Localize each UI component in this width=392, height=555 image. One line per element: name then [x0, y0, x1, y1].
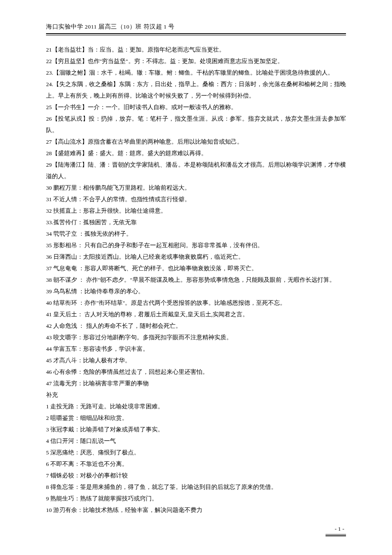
idiom-entry: 22【穷且益坚】也作"穷当益坚"。穷：不得志。益：更加。处境困难而意志应当更加坚…	[46, 55, 346, 67]
idiom-entry: 25【一介书生】一介：一个。旧时读书人自称。或对一般读书人的雅称。	[46, 101, 346, 113]
supplement-entry: 4 信口开河：随口乱说一气	[46, 435, 346, 447]
idiom-entry: 30 鹏程万里：相传鹏鸟能飞万里路程。比喻前程远大。	[46, 182, 346, 194]
document-body: 21【老当益壮】当：应当。益：更加。原指年纪老而志气应当更壮。22【穷且益坚】也…	[46, 44, 346, 516]
idiom-entry: 41 皇天后土： 古人对天地的尊称，君履后土而戴皇天,皇天后土,实闻君之言。	[46, 309, 346, 320]
idiom-entry: 36 日薄西山：太阳接近西山。比喻人已经衰老或事物衰败腐朽，临近死亡。	[46, 251, 346, 263]
supplement-entry: 9 熟能生巧：熟练了就能掌握技巧或窍门。	[46, 493, 346, 504]
idiom-entry: 21【老当益壮】当：应当。益：更加。原指年纪老而志气应当更壮。	[46, 44, 346, 55]
idiom-entry: 31 不近人情：不合乎人的常情。也指性情或言行怪僻。	[46, 194, 346, 205]
idiom-entry: 40 结草衔环 ：亦作"衔环结草"。原是古代两个受恩报答的故事。比喻感恩报德，至…	[46, 297, 346, 309]
page-number: - 1 -	[326, 526, 346, 532]
supplement-entry: 1 走投无路：无路可走。比喻处境非常困难。	[46, 401, 346, 412]
idiom-entry: 38 朝不谋夕 ： 亦作"朝不虑夕。"早晨不能谋及晚上。形容形势或事情危急，只能…	[46, 274, 346, 286]
idiom-entry: 45 才高八斗：比喻人极有才华。	[46, 355, 346, 366]
idiom-entry: 27【高山流水】原指含蓄在古琴曲里的两种喻意。后用以比喻知音或知己。	[46, 136, 346, 147]
supplement-entry: 6 不即不离：不靠近也不分离。	[46, 458, 346, 470]
idiom-entry: 42 人命危浅 ： 指人的寿命不长了，随时都会死亡。	[46, 320, 346, 332]
idiom-entry: 32 扶摇直上：形容上升很快。比喻仕途得意。	[46, 205, 346, 217]
idiom-entry: 33.孤苦伶仃：孤独困苦，无依无靠	[46, 217, 346, 228]
supplement-entry: 7 锱铢必较：对极小的事都计较	[46, 470, 346, 481]
idiom-entry: 47 流毒无穷：比喻祸害非常严重的事物	[46, 378, 346, 389]
idiom-entry: 23.【涸辙之鲋】涸：水干，枯竭。辙：车辙。鲋：鲫鱼。干枯的车辙里的鲫鱼。比喻处…	[46, 67, 346, 78]
idiom-entry: 35 形影相吊： 只有自己的身子和影子在一起互相慰问。形容非常孤单，没有伴侣。	[46, 240, 346, 251]
supplement-list: 1 走投无路：无路可走。比喻处境非常困难。2 咀嚼鉴赏：细细品味和欣赏。3 张冠…	[46, 401, 346, 516]
supplement-entry: 10 游刃有余：比喻技术熟练，经验丰富，解决问题毫不费力	[46, 504, 346, 516]
footer-divider	[326, 534, 346, 536]
document-page: 海口实验中学 2011 届高三（10）班 符汉超 1 号 21【老当益壮】当：应…	[0, 0, 392, 555]
idiom-entry: 29【陆海潘江】陆、潘：晋朝的文学家陆机、潘岳。本是称颂陆机和潘岳文才很高。后用…	[46, 159, 346, 182]
page-header: 海口实验中学 2011 届高三（10）班 符汉超 1 号	[46, 23, 346, 35]
idiom-entry: 26【投笔从戎】投：扔掉，放弃。笔：笔杆子，指文墨生涯。从戎：参军。指弃文就武，…	[46, 113, 346, 136]
idiom-entry: 46 心有余悸：危险的事情虽然过去了，回想起来心里还害怕。	[46, 366, 346, 378]
header-text: 海口实验中学 2011 届高三（10）班 符汉超 1 号	[46, 23, 346, 31]
supplement-label: 补充	[46, 389, 346, 401]
idiom-entry: 34 茕茕孑立 ：孤独无依的样子。	[46, 228, 346, 240]
supplement-entry: 3 张冠李戴：比喻弄错了对象或弄错了事实。	[46, 424, 346, 435]
header-divider	[46, 33, 346, 35]
entries-list: 21【老当益壮】当：应当。益：更加。原指年纪老而志气应当更壮。22【穷且益坚】也…	[46, 44, 346, 389]
idiom-entry: 43 咬文嚼字：形容过分地斟酌字句。多指死扣字眼而不注意精神实质。	[46, 332, 346, 343]
idiom-entry: 28【盛筵难再】盛：盛大。筵：筵席。盛大的筵席难以再得。	[46, 147, 346, 159]
supplement-entry: 8 得鱼忘筌：筌是用来捕鱼的，得了鱼，就忘了筌。比喻达到目的后就忘了原来的凭借。	[46, 481, 346, 493]
idiom-entry: 39 乌鸟私情 ：比喻侍奉尊亲的孝心。	[46, 286, 346, 297]
idiom-entry: 37 气息奄奄 ：形容人即将断气、死亡的样子。也比喻事物衰败没落，即将灭亡。	[46, 263, 346, 274]
idiom-entry: 24.【失之东隅，收之桑榆】东隅：东方，日出处，指早上。桑榆：西方；日落时，余光…	[46, 78, 346, 101]
idiom-entry: 44 学富五车：形容读书多，学识丰富。	[46, 343, 346, 355]
supplement-entry: 5 深恶痛绝：厌恶、痛恨到了极点。	[46, 447, 346, 458]
page-footer: - 1 -	[326, 526, 346, 536]
supplement-entry: 2 咀嚼鉴赏：细细品味和欣赏。	[46, 412, 346, 424]
